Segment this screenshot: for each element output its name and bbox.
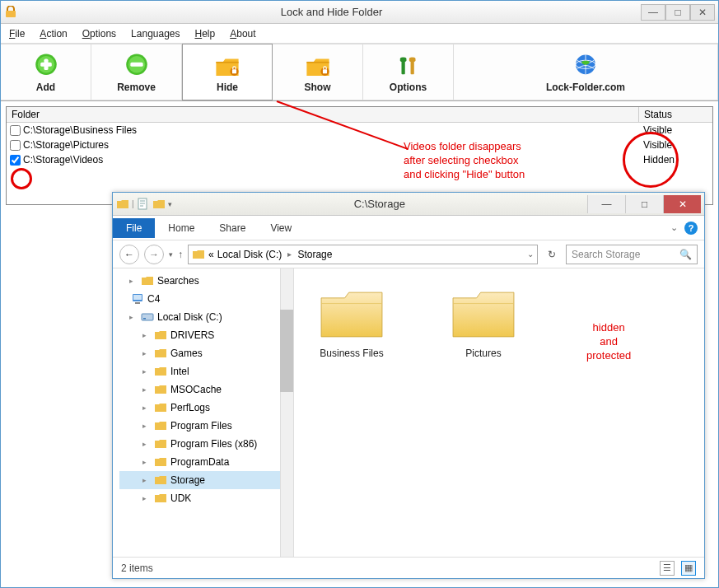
tree-label: Intel: [170, 366, 189, 377]
menu-help[interactable]: Help: [195, 28, 216, 40]
up-button[interactable]: ↑: [178, 249, 183, 260]
list-body: C:\Storage\Business Files Visible C:\Sto…: [7, 123, 712, 167]
list-header: Folder Status: [7, 107, 712, 123]
svg-rect-13: [399, 57, 406, 61]
svg-rect-9: [232, 69, 236, 73]
titlebar[interactable]: Lock and Hide Folder — □ ✕: [1, 1, 718, 24]
back-button[interactable]: ←: [119, 245, 139, 264]
remove-button[interactable]: Remove: [91, 44, 182, 100]
ribbon-file-tab[interactable]: File: [113, 218, 155, 238]
tree-node[interactable]: ▸Local Disk (C:): [119, 308, 293, 326]
folder-item[interactable]: Business Files: [302, 285, 401, 359]
tree-node[interactable]: ▸MSOCache: [119, 380, 293, 399]
menu-file[interactable]: File: [9, 28, 25, 40]
properties-icon[interactable]: [137, 198, 150, 211]
row-path: C:\Storage\Pictures: [23, 139, 109, 151]
tree-label: MSOCache: [170, 384, 222, 395]
tree-node[interactable]: ▸ProgramData: [119, 453, 293, 471]
close-button[interactable]: ✕: [690, 4, 715, 21]
col-status[interactable]: Status: [638, 107, 712, 122]
explorer-maximize-button[interactable]: □: [625, 195, 663, 213]
options-button[interactable]: Options: [363, 44, 454, 100]
remove-label: Remove: [117, 82, 156, 93]
svg-rect-11: [322, 69, 326, 73]
row-status: Visible: [638, 139, 712, 151]
tree-label: ProgramData: [170, 456, 229, 468]
ribbon-view-tab[interactable]: View: [259, 218, 303, 238]
tree-panel[interactable]: ▸SearchesC4▸Local Disk (C:)▸DRIVERS▸Game…: [113, 268, 294, 557]
chevron-right-icon[interactable]: ▸: [285, 250, 294, 259]
row-checkbox[interactable]: [10, 140, 21, 151]
row-path: C:\Storage\Videos: [23, 154, 103, 166]
ribbon-share-tab[interactable]: Share: [208, 218, 257, 238]
search-input[interactable]: Search Storage 🔍: [566, 245, 698, 264]
tree-label: PerfLogs: [170, 402, 210, 413]
list-row[interactable]: C:\Storage\Pictures Visible: [7, 138, 712, 152]
menu-action[interactable]: Action: [40, 28, 67, 40]
website-button[interactable]: Lock-Folder.com: [454, 44, 718, 100]
menu-options[interactable]: Options: [82, 28, 116, 40]
row-checkbox[interactable]: [10, 125, 21, 136]
breadcrumb[interactable]: « Local Disk (C:) ▸ Storage ⌄: [188, 245, 538, 264]
menubar: File Action Options Languages Help About: [1, 24, 718, 44]
breadcrumb-seg[interactable]: Storage: [297, 249, 332, 260]
new-folder-icon[interactable]: [152, 198, 166, 211]
breadcrumb-seg[interactable]: Local Disk (C:): [217, 249, 282, 260]
tree-label: DRIVERS: [170, 329, 214, 341]
tree-node[interactable]: ▸Storage: [119, 471, 293, 489]
tree-scroll-thumb[interactable]: [280, 310, 293, 392]
row-checkbox[interactable]: [10, 155, 21, 166]
tree-node[interactable]: ▸DRIVERS: [119, 326, 293, 344]
tree-node[interactable]: ▸Searches: [119, 272, 293, 290]
menu-languages[interactable]: Languages: [131, 28, 180, 40]
row-status: Hidden: [638, 154, 712, 166]
tree-node[interactable]: ▸Program Files (x86): [119, 435, 293, 453]
history-drop-icon[interactable]: ▾: [169, 250, 173, 259]
folder-icon: [192, 248, 205, 261]
options-label: Options: [390, 82, 427, 93]
explorer-window: | ▾ C:\Storage — □ ✕ File Home Share Vie…: [112, 192, 705, 579]
hide-button[interactable]: Hide: [182, 44, 273, 100]
refresh-button[interactable]: ↻: [543, 249, 561, 260]
tree-node[interactable]: C4: [119, 290, 293, 308]
col-folder[interactable]: Folder: [7, 107, 638, 122]
tree-node[interactable]: ▸UDK: [119, 489, 293, 507]
window-title: Lock and Hide Folder: [22, 6, 641, 18]
menu-about[interactable]: About: [230, 28, 255, 40]
qat-sep: |: [132, 199, 134, 208]
toolbar: Add Remove Hide Show Options Lock-Folder…: [1, 44, 718, 101]
explorer-titlebar[interactable]: | ▾ C:\Storage — □ ✕: [113, 193, 704, 216]
tree-node[interactable]: ▸Intel: [119, 362, 293, 380]
icons-view-button[interactable]: ▦: [681, 561, 696, 576]
search-icon: 🔍: [679, 249, 692, 260]
details-view-button[interactable]: ☰: [660, 561, 675, 576]
tree-node[interactable]: ▸Games: [119, 344, 293, 362]
ribbon-home-tab[interactable]: Home: [156, 218, 206, 238]
ribbon-expand-icon[interactable]: ⌄: [670, 222, 678, 233]
explorer-close-button[interactable]: ✕: [663, 195, 701, 213]
list-row[interactable]: C:\Storage\Business Files Visible: [7, 123, 712, 138]
status-text: 2 items: [121, 562, 153, 574]
minimize-button[interactable]: —: [641, 4, 665, 21]
content-panel[interactable]: Business Files Pictures: [294, 268, 704, 557]
website-label: Lock-Folder.com: [546, 82, 625, 93]
tree-node[interactable]: ▸Program Files: [119, 417, 293, 435]
breadcrumb-drop-icon[interactable]: ⌄: [527, 250, 534, 259]
help-icon[interactable]: ?: [684, 222, 698, 235]
explorer-minimize-button[interactable]: —: [587, 195, 625, 213]
list-row[interactable]: C:\Storage\Videos Hidden: [7, 152, 712, 167]
tree-node[interactable]: ▸PerfLogs: [119, 399, 293, 417]
tree-label: Games: [170, 348, 203, 359]
folder-item[interactable]: Pictures: [434, 285, 533, 359]
forward-button[interactable]: →: [144, 245, 164, 264]
svg-rect-20: [133, 295, 142, 300]
search-placeholder: Search Storage: [572, 249, 640, 260]
breadcrumb-prefix[interactable]: «: [208, 249, 214, 260]
maximize-button[interactable]: □: [665, 4, 690, 21]
show-label: Show: [305, 82, 331, 93]
add-button[interactable]: Add: [1, 44, 91, 100]
folder-label: Pictures: [465, 348, 501, 359]
tree-label: UDK: [170, 492, 191, 504]
show-button[interactable]: Show: [273, 44, 363, 100]
tree-label: Searches: [157, 275, 199, 287]
